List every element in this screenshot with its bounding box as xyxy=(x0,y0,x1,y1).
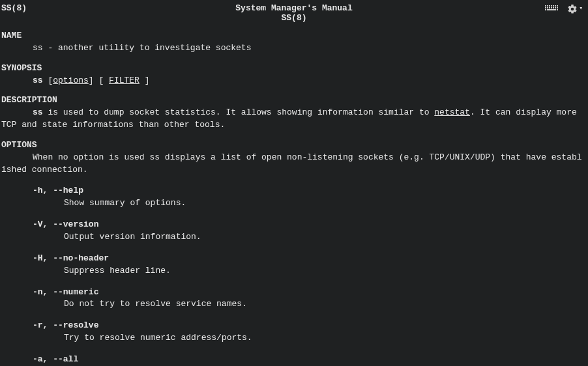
synopsis-rb1: ] [ xyxy=(89,76,109,85)
option-desc: Output version information. xyxy=(1,231,587,244)
option-block: -h, --helpShow summary of options. xyxy=(1,185,587,210)
option-flag-short: -V, xyxy=(33,219,53,229)
option-block: -H, --no-headerSuppress header line. xyxy=(1,253,587,277)
option-flag-line: -r, --resolve xyxy=(1,320,587,332)
option-flag-short: -r, xyxy=(33,320,53,330)
section-synopsis-line: ss [options] [ FILTER ] xyxy=(1,75,587,87)
option-flag-long: --no-header xyxy=(53,253,109,263)
option-flag-line: -a, --all xyxy=(1,354,587,366)
section-description-title: DESCRIPTION xyxy=(1,94,587,107)
options-intro-line1: When no option is used ss displays a lis… xyxy=(1,152,587,164)
section-name-title: NAME xyxy=(1,30,587,42)
option-desc: Try to resolve numeric address/ports. xyxy=(1,332,587,345)
option-block: -r, --resolveTry to resolve numeric addr… xyxy=(1,320,587,345)
section-synopsis-title: SYNOPSIS xyxy=(1,63,587,75)
description-rest: is used to dump socket statistics. It al… xyxy=(43,107,435,117)
synopsis-rb2: ] xyxy=(140,76,150,85)
header-center-bot: SS(8) xyxy=(1,12,587,25)
man-header: SS(8) System Manager's Manual SS(8) xyxy=(1,3,587,22)
description-afterlink: . It can display more xyxy=(470,107,577,117)
option-flag-short: -a, xyxy=(33,354,53,364)
option-block: -V, --versionOutput version information. xyxy=(1,219,587,244)
description-line1: ss is used to dump socket statistics. It… xyxy=(1,107,587,119)
option-block: -n, --numericDo not try to resolve servi… xyxy=(1,287,587,311)
option-flag-short: -n, xyxy=(33,287,53,297)
option-desc: Do not try to resolve service names. xyxy=(1,298,587,311)
description-netstat-link[interactable]: netstat xyxy=(434,107,470,117)
options-intro-line2: ished connection. xyxy=(1,164,587,176)
option-desc: Show summary of options. xyxy=(1,197,587,210)
option-flag-short: -h, xyxy=(33,186,53,195)
description-cmd: ss xyxy=(33,107,43,117)
option-flag-short: -H, xyxy=(33,253,53,263)
option-flag-long: --version xyxy=(53,219,98,229)
option-flag-long: --help xyxy=(53,186,83,195)
synopsis-filter-link[interactable]: FILTER xyxy=(109,76,140,85)
option-flag-line: -V, --version xyxy=(1,219,587,231)
option-desc: Suppress header line. xyxy=(1,265,587,277)
option-flag-long: --resolve xyxy=(53,320,98,330)
section-name-text: ss - another utility to investigate sock… xyxy=(1,42,587,55)
option-flag-line: -H, --no-header xyxy=(1,253,587,265)
option-flag-long: --numeric xyxy=(53,287,98,297)
option-flag-line: -h, --help xyxy=(1,185,587,197)
description-line2: TCP and state informations than other to… xyxy=(1,119,587,132)
synopsis-cmd: ss xyxy=(33,76,48,85)
option-flag-line: -n, --numeric xyxy=(1,287,587,299)
section-options-title: OPTIONS xyxy=(1,139,587,152)
option-flag-long: --all xyxy=(53,354,78,364)
option-block: -a, --allDisplay both listening and non-… xyxy=(1,354,587,366)
synopsis-options-link[interactable]: options xyxy=(53,76,89,85)
man-page: SS(8) System Manager's Manual SS(8) NAME… xyxy=(0,0,588,366)
